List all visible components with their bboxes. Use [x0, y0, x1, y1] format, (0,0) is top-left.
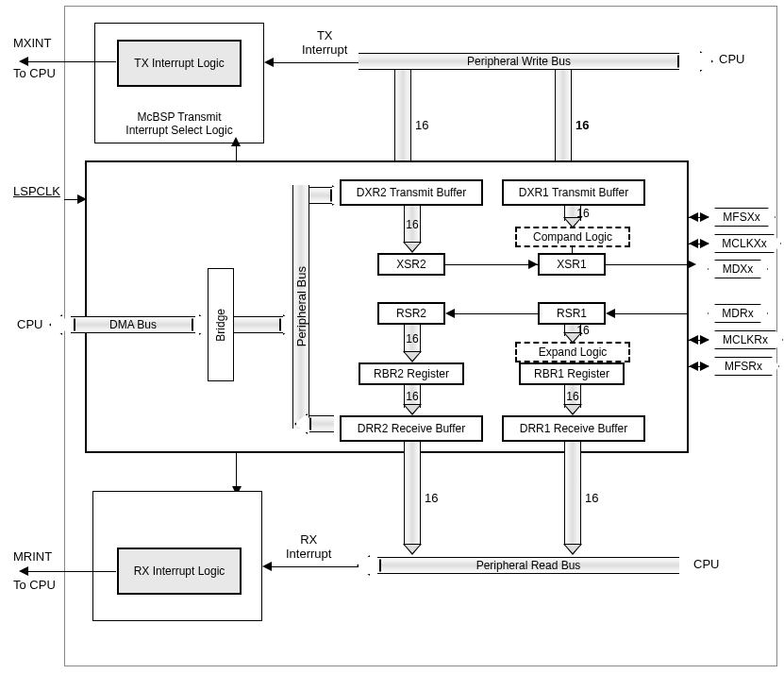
bridge-to-pbus — [234, 316, 283, 333]
mrint-label: MRINT — [13, 549, 52, 564]
tx-interrupt-logic: TX Interrupt Logic — [117, 40, 242, 87]
dxr2-down-arrow-icon — [403, 242, 422, 253]
block-diagram: McBSP Transmit Interrupt Select Logic TX… — [0, 0, 784, 674]
compand-logic: Compand Logic — [515, 227, 630, 247]
rsr1-to-rsr2 — [453, 313, 538, 314]
lspclk-label: LSPCLK — [13, 184, 60, 198]
tx-interrupt-select-title: McBSP Transmit Interrupt Select Logic — [95, 110, 263, 137]
write-bus-down-left — [394, 70, 411, 169]
rsr2-down-arrow-icon — [403, 351, 422, 362]
dxr2-down: 16 — [404, 206, 421, 244]
mclkxx-l-arrow-icon — [689, 239, 698, 248]
cpu-write-label: CPU — [719, 52, 744, 66]
mclkrx-pin: MCLKRx — [708, 330, 783, 349]
tx-to-main-arrow-icon — [231, 137, 241, 146]
mdxx-pin: MDXx — [708, 260, 768, 278]
dxr2-buffer: DXR2 Transmit Buffer — [340, 179, 483, 206]
rx-int-line — [270, 566, 360, 567]
rbr1-down-arrow-icon — [563, 404, 582, 415]
peripheral-bus-v: Peripheral Bus — [292, 185, 309, 429]
mfsrx-r-arrow-icon — [700, 362, 709, 371]
mxint-line — [28, 61, 116, 62]
xsr1: XSR1 — [538, 253, 606, 276]
drr2-to-read-arrow-icon — [403, 544, 422, 555]
rsr1-to-rsr2-arrow-icon — [445, 309, 455, 318]
expand-logic: Expand Logic — [515, 342, 630, 362]
mfsxx-l-arrow-icon — [689, 212, 698, 222]
rbr2: RBR2 Register — [359, 362, 464, 385]
mclkrx-r-arrow-icon — [700, 335, 709, 345]
read-16-right: 16 — [585, 491, 598, 505]
mxint-label: MXINT — [13, 36, 51, 50]
mrint-dest: To CPU — [13, 578, 56, 592]
dma-bus: DMA Bus — [71, 316, 195, 333]
drr1-buffer: DRR1 Receive Buffer — [502, 415, 645, 442]
rx-int-arrow-icon — [262, 562, 272, 571]
mrint-line — [28, 571, 116, 572]
rsr1: RSR1 — [538, 302, 606, 325]
mxint-dest: To CPU — [13, 66, 56, 80]
cpu-read-label: CPU — [693, 557, 719, 571]
write-16-left: 16 — [415, 118, 428, 132]
xsr2: XSR2 — [377, 253, 445, 276]
write-bus-down-right — [555, 70, 572, 169]
main-to-rx-line — [236, 453, 237, 491]
drr2-buffer: DRR2 Receive Buffer — [340, 415, 483, 442]
mfsrx-l-arrow-icon — [689, 362, 698, 371]
rsr1-in-arrow-icon — [606, 309, 615, 318]
rx-interrupt-logic: RX Interrupt Logic — [117, 548, 242, 595]
rbr1: RBR1 Register — [519, 362, 625, 385]
read-16-left: 16 — [425, 491, 438, 505]
tx-int-line — [274, 62, 359, 63]
dxr1-buffer: DXR1 Transmit Buffer — [502, 179, 645, 206]
rsr1-in — [613, 313, 689, 314]
tx-interrupt-label: TX Interrupt — [302, 28, 347, 57]
xsr1-out — [606, 264, 689, 265]
mfsrx-pin: MFSRx — [708, 357, 779, 376]
rsr2: RSR2 — [377, 302, 445, 325]
write-16-right: 16 — [575, 118, 589, 132]
mfsxx-pin: MFSXx — [708, 208, 776, 227]
drr1-to-read — [564, 442, 581, 546]
mxint-arrow-icon — [19, 57, 28, 66]
xsr1-out-arrow-icon — [687, 260, 696, 269]
drr2-to-pbus — [309, 415, 334, 432]
lspclk-arrow-icon — [77, 194, 87, 204]
drr2-to-read — [404, 442, 421, 546]
xsr2-to-xsr1-arrow-icon — [528, 260, 538, 269]
peripheral-read-bus: Peripheral Read Bus — [377, 557, 679, 574]
mclkxx-pin: MCLKXx — [708, 234, 781, 253]
mfsxx-r-arrow-icon — [700, 212, 709, 222]
mrint-arrow-icon — [19, 566, 28, 576]
mdrx-pin: MDRx — [708, 304, 768, 323]
peripheral-write-bus: Peripheral Write Bus — [359, 53, 679, 70]
rbr2-down-arrow-icon — [403, 404, 422, 415]
xsr2-to-xsr1 — [445, 264, 538, 265]
rx-interrupt-label: RX Interrupt — [286, 532, 331, 561]
cpu-dma-label: CPU — [17, 317, 42, 331]
mclkxx-r-arrow-icon — [700, 239, 709, 248]
bridge-block: Bridge — [208, 268, 234, 381]
tx-int-arrow-icon — [264, 58, 274, 67]
mclkrx-l-arrow-icon — [689, 335, 698, 345]
rsr2-down: 16 — [404, 325, 421, 353]
drr1-to-read-arrow-icon — [563, 544, 582, 555]
